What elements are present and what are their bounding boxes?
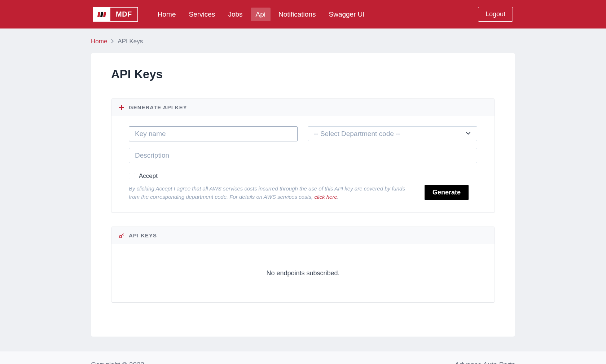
key-name-input[interactable]: [129, 126, 298, 141]
terms-suffix: .: [337, 194, 339, 200]
page-title: API Keys: [111, 67, 495, 81]
keys-panel-header: API KEYS: [111, 227, 495, 244]
department-select-wrap: -- Select Department code --: [308, 126, 477, 141]
footer-company: Advance Auto Parts: [455, 361, 515, 364]
main-nav: Home Services Jobs Api Notifications Swa…: [153, 8, 478, 21]
api-keys-panel: API KEYS No endpoints subscribed.: [111, 227, 495, 303]
description-input[interactable]: [129, 148, 477, 163]
generate-panel-title: GENERATE API KEY: [129, 104, 187, 110]
generate-panel-header: GENERATE API KEY: [111, 99, 495, 116]
generate-panel-body: -- Select Department code -- Accept: [111, 116, 495, 212]
logout-button[interactable]: Logout: [478, 7, 513, 22]
generate-button[interactable]: Generate: [425, 185, 469, 200]
content-card: API Keys GENERATE API KEY -- Select Depa…: [91, 53, 515, 337]
flag-icon: [94, 8, 110, 21]
terms-prefix: By clicking Accept I agree that all AWS …: [129, 185, 405, 200]
department-select[interactable]: -- Select Department code --: [308, 126, 477, 141]
breadcrumb-home-link[interactable]: Home: [91, 38, 107, 45]
nav-home[interactable]: Home: [153, 8, 181, 21]
nav-api[interactable]: Api: [251, 8, 271, 21]
generate-api-key-panel: GENERATE API KEY -- Select Department co…: [111, 98, 495, 213]
nav-swagger-ui[interactable]: Swagger UI: [324, 8, 369, 21]
footer: Copyright © 2023 Advance Auto Parts: [0, 351, 606, 364]
terms-text: By clicking Accept I agree that all AWS …: [129, 185, 410, 201]
keys-panel-title: API KEYS: [129, 232, 157, 238]
key-icon: [119, 233, 124, 238]
nav-services[interactable]: Services: [184, 8, 220, 21]
plus-icon: [119, 105, 124, 110]
empty-state-text: No endpoints subscribed.: [266, 269, 339, 277]
breadcrumb-current: API Keys: [118, 38, 143, 45]
keys-panel-body: No endpoints subscribed.: [111, 244, 495, 302]
app-header: MDF Home Services Jobs Api Notifications…: [0, 0, 606, 28]
accept-label: Accept: [139, 172, 158, 180]
accept-row: Accept: [129, 172, 477, 180]
accept-checkbox[interactable]: [129, 173, 135, 179]
chevron-right-icon: [111, 39, 114, 45]
terms-row: By clicking Accept I agree that all AWS …: [129, 185, 477, 201]
brand-logo[interactable]: MDF: [93, 7, 138, 22]
nav-jobs[interactable]: Jobs: [223, 8, 247, 21]
main-container: Home API Keys API Keys GENERATE API KEY …: [91, 28, 515, 351]
brand-name: MDF: [110, 8, 137, 21]
footer-copyright: Copyright © 2023: [91, 361, 144, 364]
nav-notifications[interactable]: Notifications: [273, 8, 321, 21]
terms-link[interactable]: click here: [314, 194, 337, 200]
breadcrumb: Home API Keys: [91, 28, 515, 53]
